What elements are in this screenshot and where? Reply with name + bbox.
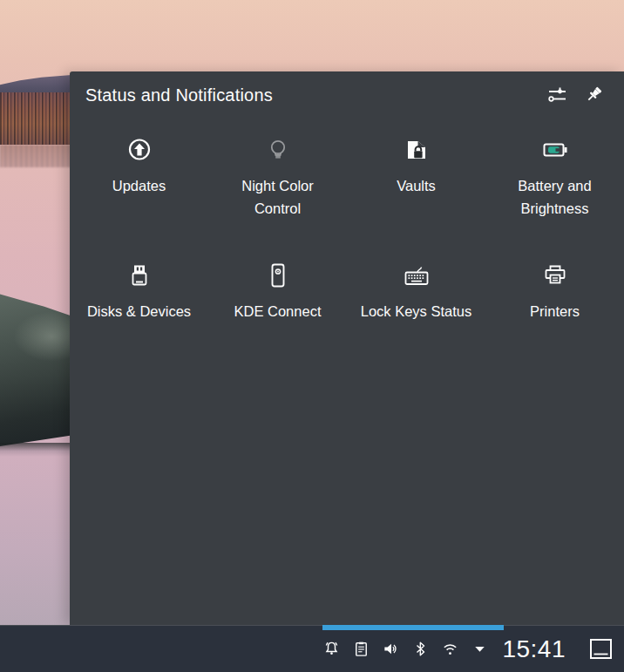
battery-charging-icon <box>541 136 569 164</box>
applet-grid: Updates Night Color Control Vaults <box>70 136 624 387</box>
updates-icon <box>125 136 153 164</box>
tray-clipboard-button[interactable] <box>352 640 370 658</box>
applet-label: Lock Keys Status <box>361 300 471 322</box>
configure-button[interactable] <box>546 84 568 106</box>
clock[interactable]: 15:41 <box>502 635 566 663</box>
usb-drive-icon <box>125 261 153 289</box>
applet-disks-and-devices[interactable]: Disks & Devices <box>70 261 208 387</box>
bell-icon <box>322 640 341 658</box>
status-and-notifications-popup: Status and Notifications <box>70 71 624 625</box>
bluetooth-icon <box>411 640 430 658</box>
applet-label: Night Color Control <box>220 174 336 220</box>
vault-lock-icon <box>403 136 431 164</box>
tray-expand-button[interactable] <box>471 640 489 658</box>
applet-label: Battery and Brightness <box>498 174 613 220</box>
smartphone-icon <box>264 261 292 289</box>
tray-notifications-button[interactable] <box>322 640 341 658</box>
tray-wifi-button[interactable] <box>441 640 459 658</box>
applet-printers[interactable]: Printers <box>485 261 624 387</box>
applet-lock-keys-status[interactable]: Lock Keys Status <box>347 261 485 387</box>
applet-label: Updates <box>112 174 166 197</box>
applet-battery-and-brightness[interactable]: Battery and Brightness <box>485 136 624 261</box>
wallpaper-treeline <box>0 92 71 145</box>
wallpaper-hill <box>0 73 71 94</box>
pin-button[interactable] <box>582 84 605 106</box>
applet-vaults[interactable]: Vaults <box>347 136 485 261</box>
keyboard-icon <box>403 261 431 289</box>
popup-title: Status and Notifications <box>85 85 532 105</box>
configure-sliders-icon <box>546 84 568 106</box>
wallpaper-treeline-reflection <box>0 145 71 167</box>
wallpaper-rock-reflection <box>0 443 71 457</box>
pin-icon <box>582 84 605 106</box>
clipboard-icon <box>352 640 370 658</box>
applet-night-color-control[interactable]: Night Color Control <box>208 136 347 261</box>
popup-header: Status and Notifications <box>70 71 624 106</box>
lightbulb-icon <box>264 136 292 164</box>
desktop-screen: Status and Notifications <box>0 0 624 672</box>
applet-updates[interactable]: Updates <box>70 136 208 261</box>
tray-bluetooth-button[interactable] <box>411 640 430 658</box>
tray-volume-button[interactable] <box>382 640 400 658</box>
chevron-down-icon <box>471 640 489 658</box>
system-tray-active-indicator <box>322 625 504 630</box>
wifi-icon <box>441 640 459 658</box>
applet-label: KDE Connect <box>234 300 322 322</box>
applet-label: Printers <box>530 300 580 322</box>
wallpaper-rock <box>0 289 71 446</box>
speaker-icon <box>382 640 400 658</box>
applet-kde-connect[interactable]: KDE Connect <box>208 261 347 387</box>
system-tray <box>322 640 489 658</box>
printer-icon <box>541 261 569 289</box>
show-desktop-icon <box>589 638 613 660</box>
applet-label: Vaults <box>397 174 436 197</box>
taskbar: 15:41 <box>0 625 624 672</box>
applet-label: Disks & Devices <box>87 300 191 322</box>
show-desktop-button[interactable] <box>589 638 613 660</box>
